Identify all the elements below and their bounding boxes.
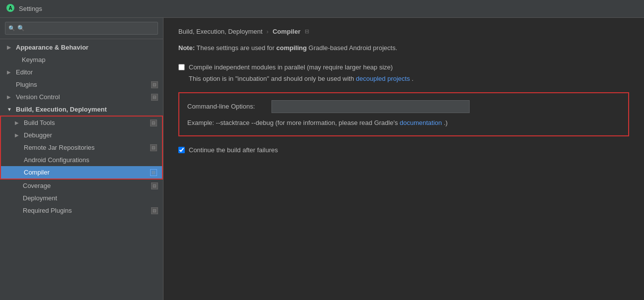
title-bar: A Settings — [0, 0, 644, 18]
search-input[interactable] — [5, 22, 158, 35]
sidebar-item-label: Required Plugins — [23, 207, 72, 214]
breadcrumb-current: Compiler — [272, 28, 300, 35]
arrow-icon: ▶ — [7, 94, 14, 100]
note-section: Note: These settings are used for compil… — [178, 43, 629, 54]
search-container: 🔍 — [0, 18, 163, 39]
sidebar-item-label: Deployment — [23, 194, 57, 202]
note-text: These settings are used for — [197, 44, 276, 52]
build-tools-badge: ⊟ — [150, 120, 157, 126]
compiler-badge: ⊟ — [150, 169, 157, 176]
checkbox-continue-build-label: Continue the build after failures — [189, 146, 278, 154]
command-line-input[interactable] — [271, 100, 470, 113]
sidebar-item-appearance[interactable]: ▶ Appearance & Behavior — [0, 41, 163, 54]
checkbox-parallel-label: Compile independent modules in parallel … — [189, 63, 393, 71]
breadcrumb-parent: Build, Execution, Deployment — [178, 28, 263, 35]
svg-text:A: A — [8, 5, 12, 11]
sidebar-item-label: Keymap — [22, 56, 46, 63]
incubation-text: This option is in "incubation" and shoul… — [189, 75, 356, 82]
arrow-icon: ▶ — [7, 45, 14, 50]
breadcrumb-separator: › — [267, 28, 268, 35]
arrow-icon: ▶ — [15, 120, 22, 125]
breadcrumb: Build, Execution, Deployment › Compiler … — [178, 28, 629, 35]
sidebar-item-label: Build Tools — [24, 119, 55, 126]
vc-badge: ⊟ — [151, 94, 158, 101]
sidebar-item-version-control[interactable]: ▶ Version Control ⊟ — [0, 91, 163, 103]
checkbox-parallel-row: Compile independent modules in parallel … — [178, 63, 629, 71]
sidebar-item-remote-jar[interactable]: Remote Jar Repositories ⊟ — [1, 141, 162, 154]
sidebar-item-label: Build, Execution, Deployment — [16, 106, 107, 113]
sidebar-item-label: Version Control — [16, 93, 60, 101]
checkbox-parallel[interactable] — [178, 64, 185, 70]
sidebar: 🔍 ▶ Appearance & Behavior Keymap ▶ Edito… — [0, 18, 163, 300]
sidebar-item-plugins[interactable]: Plugins ⊟ — [0, 78, 163, 91]
search-wrapper: 🔍 — [5, 22, 158, 35]
app-icon: A — [6, 3, 15, 14]
sidebar-item-label: Appearance & Behavior — [16, 44, 89, 51]
sidebar-item-coverage[interactable]: Coverage ⊟ — [0, 180, 163, 192]
sidebar-item-debugger[interactable]: ▶ Debugger — [1, 129, 162, 141]
window-title: Settings — [19, 5, 42, 12]
documentation-link[interactable]: documentation — [400, 119, 442, 126]
sidebar-item-compiler[interactable]: Compiler ⊟ — [1, 166, 162, 179]
example-prefix: Example: --stacktrace --debug (for more … — [187, 119, 400, 126]
sidebar-item-required-plugins[interactable]: Required Plugins ⊟ — [0, 204, 163, 217]
plugin-badge: ⊟ — [151, 81, 158, 88]
sidebar-item-label: Plugins — [16, 81, 37, 88]
sidebar-item-android-configurations[interactable]: Android Configurations — [1, 154, 162, 166]
sidebar-item-label: Android Configurations — [24, 156, 89, 164]
sidebar-item-label: Debugger — [24, 131, 52, 139]
sidebar-item-editor[interactable]: ▶ Editor — [0, 66, 163, 78]
sidebar-item-deployment[interactable]: Deployment — [0, 192, 163, 204]
sidebar-item-keymap[interactable]: Keymap — [0, 54, 163, 66]
main-layout: 🔍 ▶ Appearance & Behavior Keymap ▶ Edito… — [0, 18, 644, 300]
breadcrumb-icon: ⊟ — [305, 28, 309, 35]
checkbox-continue-build[interactable] — [178, 147, 185, 153]
sidebar-item-label: Remote Jar Repositories — [24, 144, 95, 151]
note-suffix: Gradle-based Android projects. — [309, 44, 397, 52]
highlighted-sidebar-group: ▶ Build Tools ⊟ ▶ Debugger Remote Jar Re… — [0, 116, 163, 180]
note-bold: compiling — [276, 44, 307, 52]
sidebar-item-build-tools[interactable]: ▶ Build Tools ⊟ — [1, 117, 162, 129]
search-icon: 🔍 — [8, 25, 15, 32]
incubation-suffix: . — [412, 75, 414, 82]
command-line-row: Command-line Options: — [187, 100, 620, 113]
arrow-icon: ▶ — [7, 69, 14, 75]
incubation-note: This option is in "incubation" and shoul… — [189, 75, 629, 82]
arrow-icon: ▶ — [15, 132, 22, 138]
note-prefix: Note: — [178, 44, 195, 52]
cmd-label: Command-line Options: — [187, 103, 271, 110]
sidebar-item-build-exec-deploy[interactable]: ▼ Build, Execution, Deployment — [0, 103, 163, 116]
command-line-section: Command-line Options: Example: --stacktr… — [178, 92, 629, 136]
sidebar-item-label: Compiler — [24, 169, 50, 176]
coverage-badge: ⊟ — [151, 182, 158, 189]
continue-build-row: Continue the build after failures — [178, 146, 629, 154]
remote-jar-badge: ⊟ — [150, 144, 157, 151]
example-row: Example: --stacktrace --debug (for more … — [187, 118, 620, 128]
sidebar-item-label: Coverage — [23, 182, 51, 189]
sidebar-item-label: Editor — [16, 68, 33, 76]
nav-tree: ▶ Appearance & Behavior Keymap ▶ Editor … — [0, 39, 163, 300]
arrow-icon-expanded: ▼ — [7, 107, 14, 112]
content-area: Build, Execution, Deployment › Compiler … — [163, 18, 644, 300]
required-plugins-badge: ⊟ — [151, 207, 158, 214]
decoupled-projects-link[interactable]: decoupled projects — [356, 75, 410, 82]
example-suffix: .) — [444, 119, 448, 126]
